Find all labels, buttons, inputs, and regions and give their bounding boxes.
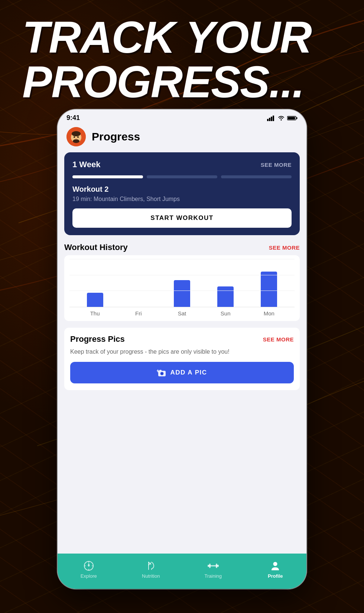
grid-line-mid1 (69, 275, 295, 275)
chart-label-sat: Sat (174, 310, 190, 317)
nav-label-explore: Explore (81, 573, 97, 579)
nav-item-training[interactable]: Training (182, 560, 244, 579)
week-card-header: 1 Week SEE MORE (72, 160, 292, 169)
bar-mon (261, 272, 277, 307)
nav-label-nutrition: Nutrition (142, 573, 160, 579)
bar-mon-fill (261, 272, 277, 307)
add-pic-label: ADD A PIC (170, 369, 207, 376)
chart-labels: Thu Fri Sat Sun Mon (69, 307, 295, 317)
svg-rect-33 (209, 564, 211, 568)
chart-label-sun: Sun (217, 310, 234, 317)
workout-history-section: Workout History SEE MORE (64, 243, 300, 321)
progress-pics-section: Progress Pics SEE MORE Keep track of you… (64, 328, 300, 390)
nav-label-profile: Profile (268, 573, 283, 579)
svg-point-13 (77, 136, 79, 138)
svg-point-35 (273, 562, 277, 566)
bars-container (69, 259, 295, 307)
hero-line1: TRACK YOUR (22, 15, 342, 59)
hero-line2: PROGRESS... (22, 59, 342, 104)
status-bar: 9:41 (58, 110, 306, 124)
workout-history-see-more[interactable]: SEE MORE (269, 244, 300, 251)
avatar[interactable] (66, 127, 86, 146)
bar-sat-fill (174, 280, 190, 307)
bar-thu-fill (87, 293, 103, 307)
explore-icon (83, 560, 95, 572)
svg-rect-31 (208, 565, 209, 567)
bottom-nav: Explore Nutrition (58, 554, 306, 589)
svg-rect-3 (273, 116, 274, 121)
status-icons (267, 115, 298, 121)
bar-sun (217, 286, 234, 307)
workout-history-title: Workout History (64, 243, 128, 252)
nav-label-training: Training (205, 573, 222, 579)
svg-rect-32 (217, 565, 219, 567)
svg-rect-34 (216, 564, 217, 568)
week-card: 1 Week SEE MORE Workout 2 19 min: Mounta… (64, 152, 300, 235)
bar-sat (174, 280, 190, 307)
nav-item-profile[interactable]: Profile (244, 560, 307, 579)
progress-pics-description: Keep track of your progress - the pics a… (70, 348, 294, 356)
chart-area: Thu Fri Sat Sun Mon (64, 255, 300, 321)
nutrition-icon (145, 560, 157, 572)
grid-line-top (69, 259, 295, 259)
progress-bar-half-2 (221, 175, 292, 178)
svg-point-4 (281, 119, 282, 120)
svg-rect-19 (159, 370, 162, 372)
svg-rect-1 (269, 118, 270, 121)
chart-label-fri: Fri (130, 310, 147, 317)
nav-item-explore[interactable]: Explore (58, 560, 120, 579)
progress-pics-see-more[interactable]: SEE MORE (263, 336, 294, 343)
chart-grid (69, 259, 295, 307)
nav-item-nutrition[interactable]: Nutrition (120, 560, 182, 579)
camera-icon: + (157, 369, 166, 377)
phone-content: 1 Week SEE MORE Workout 2 19 min: Mounta… (58, 152, 306, 580)
workout-name: Workout 2 (72, 185, 292, 194)
chart-label-mon: Mon (261, 310, 277, 317)
profile-icon (269, 560, 281, 572)
progress-pics-header: Progress Pics SEE MORE (70, 334, 294, 344)
svg-point-12 (74, 136, 75, 138)
progress-pics-title: Progress Pics (70, 334, 125, 344)
add-pic-button[interactable]: + ADD A PIC (70, 362, 294, 383)
wifi-icon (277, 115, 285, 121)
hero-text: TRACK YOUR PROGRESS... (22, 15, 342, 104)
workout-history-header: Workout History SEE MORE (64, 243, 300, 252)
svg-point-14 (75, 139, 77, 140)
grid-line-mid2 (69, 291, 295, 291)
signal-icon (267, 115, 275, 121)
week-see-more[interactable]: SEE MORE (261, 162, 292, 168)
phone-mockup: 9:41 (58, 110, 306, 589)
battery-icon (287, 116, 298, 121)
progress-bar-half-1 (147, 175, 217, 178)
progress-bars (72, 175, 292, 178)
bar-sun-fill (217, 286, 234, 307)
start-workout-button[interactable]: START WORKOUT (72, 208, 292, 228)
svg-rect-6 (296, 117, 298, 119)
app-header: Progress (58, 124, 306, 152)
svg-point-11 (73, 139, 79, 143)
svg-rect-7 (288, 117, 295, 119)
page-title: Progress (92, 130, 140, 143)
chart-label-thu: Thu (87, 310, 103, 317)
workout-desc: 19 min: Mountain Climbers, Short Jumps (72, 196, 292, 202)
svg-rect-0 (267, 119, 269, 121)
week-label: 1 Week (72, 160, 100, 169)
svg-point-18 (161, 373, 163, 374)
status-time: 9:41 (66, 114, 80, 122)
svg-rect-2 (271, 117, 272, 121)
bar-thu (87, 293, 103, 307)
progress-bar-filled (72, 175, 143, 178)
svg-point-10 (72, 131, 81, 136)
training-icon (207, 560, 219, 572)
